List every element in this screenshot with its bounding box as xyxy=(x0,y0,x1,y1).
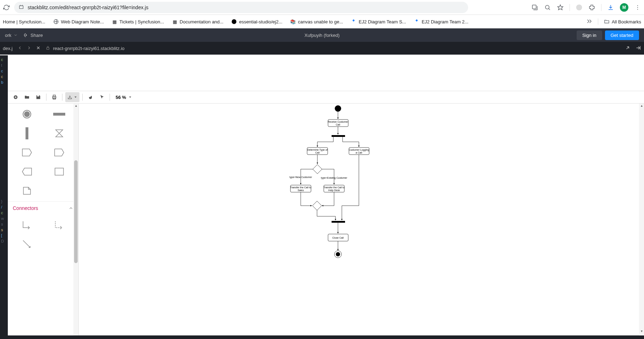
nav-forward-icon[interactable] xyxy=(27,45,32,51)
folder-icon xyxy=(604,19,610,24)
svg-point-7 xyxy=(637,9,638,10)
github-icon xyxy=(231,19,237,24)
palette-shape-vertical-bar[interactable] xyxy=(15,128,39,139)
svg-text:type=New Customer: type=New Customer xyxy=(289,176,312,179)
preview-url[interactable]: react-gnrrpb2t-raizyi61.stackblitz.io xyxy=(46,46,124,51)
save-button[interactable] xyxy=(33,92,43,102)
initial-node[interactable] xyxy=(335,105,341,112)
palette-shape-hourglass[interactable] xyxy=(47,128,72,139)
palette-shape-accept-event[interactable] xyxy=(15,166,39,177)
bookmark-item[interactable]: 📚canvas unable to ge... xyxy=(290,19,343,24)
merge-node[interactable] xyxy=(312,201,322,210)
all-bookmarks-button[interactable]: All Bookmarks xyxy=(604,19,641,24)
bookmarks-bar: Home | Syncfusion... Web Diagram Note...… xyxy=(0,15,644,28)
preview-bar: dex.j react-gnrrpb2t-raizyi61.stackblitz… xyxy=(0,42,644,55)
svg-point-17 xyxy=(24,111,30,117)
diagram-canvas[interactable]: Receive Customer Call Determine Type of … xyxy=(79,104,644,339)
zoom-icon[interactable] xyxy=(544,4,551,11)
share-button[interactable]: Share xyxy=(23,33,43,38)
grid-icon: ▦ xyxy=(172,19,178,24)
downloads-icon[interactable] xyxy=(607,4,614,11)
bookmark-item[interactable]: Home | Syncfusion... xyxy=(3,19,45,24)
bookmark-item[interactable]: EJ2 Diagram Team 2... xyxy=(414,19,468,24)
palette-shape-signal-send[interactable] xyxy=(15,147,39,158)
url-bar[interactable]: stackblitz.com/edit/react-gnrrpb2t-raizy… xyxy=(14,2,468,13)
bookmark-item[interactable]: ▦Documentation and... xyxy=(172,19,224,24)
svg-text:type=Existing Customer: type=Existing Customer xyxy=(321,177,348,179)
bookmark-item[interactable]: Web Diagram Note... xyxy=(53,19,104,24)
palette-connector-dashed[interactable] xyxy=(47,219,72,231)
open-button[interactable] xyxy=(22,92,32,102)
bookmark-item[interactable]: ▦Tickets | Syncfusion... xyxy=(112,19,164,24)
pointer-tool-button[interactable] xyxy=(97,92,107,102)
user-avatar[interactable]: M xyxy=(620,3,628,12)
svg-text:Call: Call xyxy=(336,123,340,126)
palette-connector-straight[interactable] xyxy=(15,239,39,250)
chrome-menu-icon[interactable] xyxy=(634,4,641,11)
signin-button[interactable]: Sign in xyxy=(577,30,602,40)
svg-marker-3 xyxy=(558,5,563,10)
stackblitz-header: ork Share Xufpuyih (forked) Sign in Get … xyxy=(0,28,644,42)
url-text: stackblitz.com/edit/react-gnrrpb2t-raizy… xyxy=(28,5,148,10)
palette-connector-orthogonal[interactable] xyxy=(15,219,39,231)
palette-shape-note[interactable] xyxy=(15,185,39,196)
close-icon[interactable] xyxy=(36,45,41,51)
svg-rect-20 xyxy=(55,168,63,175)
bookmark-overflow-icon[interactable] xyxy=(586,18,592,26)
svg-text:Call: Call xyxy=(315,151,320,154)
decision-node[interactable] xyxy=(313,165,322,174)
file-tab[interactable]: dex.j xyxy=(3,46,12,51)
globe-icon xyxy=(53,19,59,24)
join-node[interactable] xyxy=(332,221,345,223)
install-app-icon[interactable] xyxy=(531,4,538,11)
site-info-icon[interactable] xyxy=(18,4,24,11)
fork-button[interactable]: ork xyxy=(5,33,18,38)
palette-shape-bar[interactable] xyxy=(47,109,72,120)
fork-node[interactable] xyxy=(332,135,345,137)
palette-scrollbar[interactable]: ▴ ▾ xyxy=(73,104,78,339)
jira-icon xyxy=(414,19,420,24)
svg-text:Transfer the Call to: Transfer the Call to xyxy=(323,186,344,189)
pan-tool-button[interactable] xyxy=(85,92,95,102)
svg-point-5 xyxy=(637,5,638,6)
app-area: 56 % Connectors xyxy=(8,55,644,339)
open-new-icon[interactable] xyxy=(625,45,631,52)
lock-icon xyxy=(46,46,50,51)
svg-point-6 xyxy=(637,7,638,7)
diagram-toolbar: 56 % xyxy=(8,91,644,104)
connectors-section-header[interactable]: Connectors xyxy=(8,201,78,215)
project-title[interactable]: Xufpuyih (forked) xyxy=(305,33,340,38)
zoom-dropdown[interactable]: 56 % xyxy=(113,95,135,100)
shape-palette: Connectors ▴ ▾ xyxy=(8,104,79,339)
reload-icon[interactable] xyxy=(3,4,10,11)
print-button[interactable] xyxy=(49,92,59,102)
svg-text:Determine Type of: Determine Type of xyxy=(307,149,327,151)
svg-text:Transfer the Call to: Transfer the Call to xyxy=(290,186,311,189)
new-button[interactable] xyxy=(11,92,21,102)
svg-text:Close Call: Close Call xyxy=(332,237,344,239)
svg-point-34 xyxy=(336,252,340,256)
extension-icon-1[interactable] xyxy=(576,4,583,11)
palette-shape-rectangle[interactable] xyxy=(47,166,72,177)
bookmark-star-icon[interactable] xyxy=(557,4,564,11)
top-whitespace xyxy=(8,55,644,91)
nav-back-icon[interactable] xyxy=(17,45,22,51)
export-dropdown[interactable] xyxy=(65,92,79,102)
svg-rect-0 xyxy=(20,6,23,9)
svg-rect-18 xyxy=(53,113,65,116)
palette-shape-signal-receive[interactable] xyxy=(47,147,72,158)
svg-rect-1 xyxy=(532,5,536,9)
bookmark-item[interactable]: EJ2 Diagram Team S... xyxy=(351,19,406,24)
svg-point-4 xyxy=(576,4,582,10)
svg-point-9 xyxy=(232,19,236,24)
svg-text:a Call: a Call xyxy=(356,151,362,154)
getstarted-button[interactable]: Get started xyxy=(605,30,639,40)
palette-shape-initial-node[interactable] xyxy=(15,109,39,120)
canvas-scrollbar-vertical[interactable]: ▴▾ xyxy=(639,104,644,334)
code-gutter: ctccb }/cwss[D xyxy=(0,55,8,339)
bookmark-item[interactable]: essential-studio/ej2... xyxy=(231,19,282,24)
svg-rect-12 xyxy=(37,95,39,96)
collapse-icon[interactable] xyxy=(635,45,641,52)
stackoverflow-icon: 📚 xyxy=(290,19,296,24)
extensions-puzzle-icon[interactable] xyxy=(588,4,595,11)
